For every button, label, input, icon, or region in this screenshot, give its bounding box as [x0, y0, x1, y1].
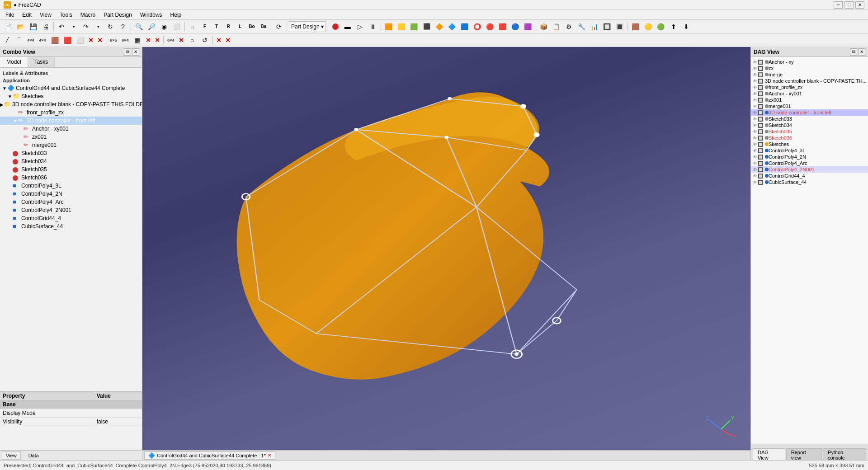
tool-sync[interactable]: ↺ [199, 35, 211, 46]
view-left-button[interactable]: L [235, 21, 245, 32]
tree-item-sketch033[interactable]: Sketch033 [0, 149, 142, 157]
new-button[interactable]: 📄 [2, 21, 14, 32]
cancel-x1[interactable]: ✕ [87, 37, 95, 44]
menu-windows[interactable]: Windows [137, 11, 166, 19]
dag-bottom-tab-dag[interactable]: DAG View [753, 448, 785, 462]
tree-item-root[interactable]: ▼ 🔷 ControlGrid44 and CubicSurface44 Com… [0, 84, 142, 92]
cancel-x4[interactable]: ✕ [153, 37, 161, 44]
status-tab-data[interactable]: Data [24, 451, 43, 460]
tree-item-sketch036[interactable]: Sketch036 [0, 174, 142, 182]
cancel-x2[interactable]: ✕ [96, 37, 104, 44]
tree-item-cp4-2n[interactable]: ■ ControlPoly4_2N [0, 190, 142, 198]
dag-item-cp4-arc[interactable]: 👁🔲 ControlPoly4_Arc [751, 160, 868, 166]
menu-macro[interactable]: Macro [77, 11, 99, 19]
3d-viewport[interactable]: X Y Z 5.0 ms / 200.0 fps 🔷 ControlGrid44… [142, 47, 750, 460]
tool-circle[interactable]: ○ [186, 35, 198, 46]
tree-item-front-profile[interactable]: ✏ front_profile_zx [0, 108, 142, 117]
tree-item-sketch034[interactable]: Sketch034 [0, 157, 142, 165]
shape-icon-10[interactable]: 🟥 [497, 21, 509, 32]
view-style-button[interactable]: ◉ [158, 21, 170, 32]
tab-tasks[interactable]: Tasks [28, 57, 55, 67]
draw-arc[interactable]: ⌒ [14, 35, 24, 46]
cancel-x5[interactable]: ✕ [177, 37, 185, 44]
redo-dropdown[interactable]: ▾ [93, 21, 104, 32]
dag-close-button[interactable]: ✕ [858, 48, 865, 56]
dag-item-cg44-4[interactable]: 👁🔲 ControlGrid44_4 [751, 173, 868, 179]
view-home-button[interactable]: ⌂ [187, 21, 198, 32]
box-select-button[interactable]: ⬜ [171, 21, 183, 32]
dag-item-zx001[interactable]: 👁🔲 zx001 [751, 97, 868, 103]
shape-icon-4[interactable]: ⬛ [421, 21, 433, 32]
shape-icon-6[interactable]: 🔷 [446, 21, 458, 32]
dag-item-sketches[interactable]: 👁🔲 Sketches [751, 141, 868, 147]
menu-help[interactable]: Help [167, 11, 185, 19]
dag-item-merge[interactable]: 👁🔲 merge [751, 71, 868, 78]
help-button[interactable]: ? [117, 21, 129, 32]
viewport-tab-close[interactable]: ✕ [268, 453, 271, 458]
dag-bottom-tab-report[interactable]: Report view [786, 448, 822, 462]
panel-float-button[interactable]: ⧉ [124, 48, 131, 56]
shape-icon-8[interactable]: ⭕ [472, 21, 483, 32]
extra-icon-3[interactable]: 🟢 [655, 21, 667, 32]
tab-model[interactable]: Model [0, 57, 28, 67]
tree-item-cp4-arc[interactable]: ■ ControlPoly4_Arc [0, 198, 142, 206]
extra-icon-1[interactable]: 🟫 [630, 21, 642, 32]
tree-item-3dnode-front[interactable]: ▼ ✏ 3D node controller - front left [0, 117, 142, 125]
shape-icon-2[interactable]: 🟨 [396, 21, 407, 32]
record-button[interactable] [330, 21, 341, 32]
panel-close-button[interactable]: ✕ [132, 48, 139, 56]
cancel-x6[interactable]: ✕ [215, 37, 223, 44]
save-button[interactable]: 💾 [27, 21, 39, 32]
tree-item-cs44[interactable]: ■ CubicSurface_44 [0, 222, 142, 230]
dag-bottom-tab-python[interactable]: Python console [823, 448, 866, 462]
extra-icon-4[interactable]: ⬆ [668, 21, 679, 32]
view-top-button[interactable]: T [211, 21, 222, 32]
view-right-button[interactable]: R [223, 21, 234, 32]
draw-line[interactable]: ╱ [2, 35, 13, 46]
more-icon-2[interactable]: 📋 [551, 21, 562, 32]
tool-x2[interactable]: 🟥 [61, 35, 73, 46]
undo-button[interactable]: ↶ [56, 21, 67, 32]
tree-item-3dnode-blank[interactable]: ▶ 📁 3D node controller blank - COPY-PAST… [0, 100, 142, 108]
shape-icon-12[interactable]: 🟪 [522, 21, 534, 32]
zoom-fit-button[interactable]: 🔍 [133, 21, 145, 32]
dag-item-sk033[interactable]: 👁🔲 Sketch033 [751, 116, 868, 122]
grid-6x4[interactable]: 6×4 [120, 35, 131, 46]
refresh-button[interactable]: ↻ [104, 21, 116, 32]
grid-6x5[interactable]: 6×5 [108, 35, 119, 46]
dag-item-cp4-2n001[interactable]: 👁🔲 ControlPoly4_2N001 [751, 166, 868, 173]
extra-icon-5[interactable]: ⬇ [680, 21, 692, 32]
shape-icon-5[interactable]: 🔶 [434, 21, 445, 32]
dag-item-3dnode-front[interactable]: 👁🔲 3D node controller - front left [751, 109, 868, 116]
dag-item-sk036[interactable]: 👁🔲 Sketch036 [751, 135, 868, 141]
more-icon-7[interactable]: 🔳 [614, 21, 626, 32]
more-icon-5[interactable]: 📊 [589, 21, 600, 32]
minimize-button[interactable]: ─ [834, 1, 843, 9]
tb-icon-b3[interactable]: ⏸ [367, 21, 379, 32]
viewport-tab[interactable]: 🔷 ControlGrid44 and CubicSurface44 Compl… [144, 451, 275, 460]
menu-partdesign[interactable]: Part Design [100, 11, 136, 19]
tool-x1[interactable]: 🟫 [49, 35, 61, 46]
dag-item-3dnode-blank[interactable]: 👁🔲 3D node controller blank - COPY-PASTE… [751, 78, 868, 84]
tree-item-sketches[interactable]: ▼ 📁 Sketches [0, 92, 142, 100]
dag-item-zx[interactable]: 👁🔲 zx [751, 65, 868, 71]
tree-item-cg44-4[interactable]: ■ ControlGrid44_4 [0, 214, 142, 222]
tree-item-anchor-xy001[interactable]: ✏ Anchor - xy001 [0, 125, 142, 133]
view-front-button[interactable]: F [199, 21, 210, 32]
tree-item-cp4-3l[interactable]: ■ ControlPoly4_3L [0, 182, 142, 190]
maximize-button[interactable]: □ [844, 1, 854, 9]
more-icon-4[interactable]: 🔧 [576, 21, 588, 32]
grid-4x4b[interactable]: 4×4 [37, 35, 48, 46]
open-button[interactable]: 📂 [14, 21, 26, 32]
cancel-x7[interactable]: ✕ [224, 37, 232, 44]
menu-edit[interactable]: Edit [19, 11, 35, 19]
workbench-dropdown[interactable]: Part Design ▾ [289, 21, 326, 32]
dag-item-merge001[interactable]: 👁🔲 merge001 [751, 103, 868, 109]
more-icon-1[interactable]: 📦 [538, 21, 550, 32]
tb-icon-b2[interactable]: ▷ [354, 21, 366, 32]
zoom-in-button[interactable]: 🔎 [146, 21, 157, 32]
undo-dropdown[interactable]: ▾ [68, 21, 79, 32]
dag-item-cs44[interactable]: 👁🔲 CubicSurface_44 [751, 179, 868, 185]
dag-item-cp4-3l[interactable]: 👁🔲 ControlPoly4_3L [751, 147, 868, 154]
grid-4x4[interactable]: 4×4 [25, 35, 36, 46]
